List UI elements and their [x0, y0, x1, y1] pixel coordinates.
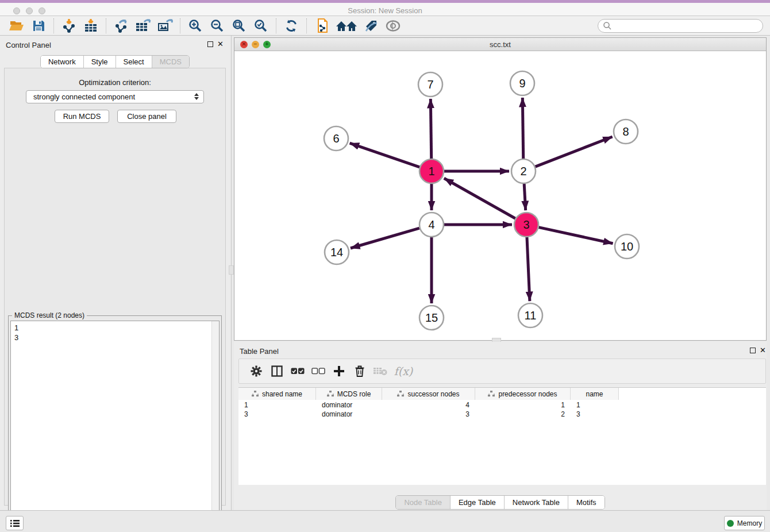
graph-node-1[interactable]: 1	[419, 159, 444, 183]
criterion-dropdown[interactable]: strongly connected component	[26, 90, 204, 103]
tab-motifs[interactable]: Motifs	[568, 496, 605, 509]
delete-icon[interactable]	[349, 361, 370, 381]
edge-1-6[interactable]	[350, 143, 420, 167]
import-table-icon[interactable]	[81, 17, 101, 34]
table-cell[interactable]: 3	[238, 410, 316, 419]
table-cell[interactable]: 3	[382, 410, 475, 419]
apply-layout-icon[interactable]	[334, 17, 359, 34]
column-header-shared-name[interactable]: shared name	[238, 388, 316, 400]
graph-node-4[interactable]: 4	[419, 213, 444, 237]
network-canvas[interactable]: 7968124314101511	[234, 51, 766, 340]
node-label: 3	[523, 218, 529, 231]
edge-1-7[interactable]	[430, 99, 431, 159]
select-all-icon[interactable]	[287, 361, 308, 381]
edge-3-11[interactable]	[527, 237, 530, 301]
node-label: 11	[525, 309, 537, 322]
edge-2-3[interactable]	[524, 184, 525, 210]
graph-node-8[interactable]: 8	[614, 119, 638, 144]
export-table-icon[interactable]	[133, 17, 153, 34]
search-box[interactable]	[598, 19, 763, 33]
memory-button[interactable]: Memory	[724, 516, 765, 530]
gear-icon[interactable]	[246, 361, 267, 381]
zoom-selected-icon[interactable]	[251, 17, 271, 34]
split-panel-icon[interactable]	[267, 361, 287, 381]
table-header-row: shared nameMCDS rolesuccessor nodesprede…	[238, 388, 619, 400]
clone-network-icon[interactable]	[312, 17, 332, 34]
column-header-predecessor-nodes[interactable]: predecessor nodes	[475, 388, 571, 400]
zoom-out-icon[interactable]	[207, 17, 227, 34]
network-graph[interactable]: 7968124314101511	[234, 51, 766, 340]
table-cell[interactable]: 4	[382, 400, 475, 410]
mcds-result-list[interactable]: 13	[10, 321, 220, 530]
column-header-name[interactable]: name	[571, 388, 619, 400]
network-view-window: ✕ − + scc.txt 7968124314101511	[234, 37, 767, 341]
table-row[interactable]: 1dominator411	[238, 400, 619, 410]
control-panel-tabs: NetworkStyleSelectMCDS	[0, 55, 230, 68]
tab-select[interactable]: Select	[116, 56, 152, 68]
table-cell[interactable]: 1	[475, 400, 571, 410]
graph-node-14[interactable]: 14	[325, 240, 349, 264]
deselect-all-icon[interactable]	[308, 361, 329, 381]
toolbar-separator	[180, 18, 180, 33]
close-panel-button[interactable]: Close panel	[117, 110, 176, 123]
add-column-icon[interactable]	[329, 361, 349, 381]
graph-node-7[interactable]: 7	[418, 72, 442, 97]
zoom-fit-icon[interactable]	[229, 17, 249, 34]
mcds-panel: Optimization criterion: strongly connect…	[4, 68, 226, 506]
criterion-value: strongly connected component	[33, 92, 135, 101]
column-header-successor-nodes[interactable]: successor nodes	[382, 388, 475, 400]
refresh-icon[interactable]	[282, 17, 301, 34]
tab-style[interactable]: Style	[84, 56, 116, 68]
graph-node-10[interactable]: 10	[615, 234, 639, 259]
delete-table-icon[interactable]	[370, 361, 391, 381]
column-header-mcds-role[interactable]: MCDS role	[316, 388, 382, 400]
node-label: 8	[622, 125, 629, 138]
float-panel-icon[interactable]	[207, 41, 213, 47]
table-cell[interactable]: 1	[238, 400, 316, 410]
save-session-icon[interactable]	[29, 17, 48, 34]
edge-2-8[interactable]	[536, 137, 613, 167]
result-scrollbar[interactable]	[211, 321, 219, 530]
node-label: 9	[519, 77, 525, 90]
tab-node-table[interactable]: Node Table	[396, 496, 451, 509]
tab-network[interactable]: Network	[41, 56, 84, 68]
graph-node-15[interactable]: 15	[419, 306, 444, 330]
graph-node-6[interactable]: 6	[324, 126, 348, 151]
edge-3-10[interactable]	[538, 228, 613, 244]
table-cell[interactable]: 1	[571, 400, 619, 410]
export-image-icon[interactable]	[155, 17, 175, 34]
tab-mcds[interactable]: MCDS	[152, 56, 189, 68]
graph-node-11[interactable]: 11	[518, 303, 542, 327]
table-cell[interactable]: 3	[571, 410, 619, 419]
tab-edge-table[interactable]: Edge Table	[451, 496, 505, 509]
task-history-button[interactable]	[6, 516, 24, 530]
float-table-panel-icon[interactable]	[750, 348, 756, 353]
run-mcds-button[interactable]: Run MCDS	[55, 110, 109, 123]
function-builder-icon[interactable]: f(x)	[391, 361, 416, 381]
vertical-splitter-handle[interactable]	[229, 265, 234, 275]
tab-network-table[interactable]: Network Table	[505, 496, 568, 509]
open-session-icon[interactable]	[7, 17, 26, 34]
table-cell[interactable]: 2	[475, 410, 571, 419]
edge-2-9[interactable]	[522, 98, 523, 159]
graph-node-3[interactable]: 3	[514, 213, 538, 237]
export-network-icon[interactable]	[111, 17, 131, 34]
close-panel-icon[interactable]: ✕	[217, 40, 224, 48]
close-table-panel-icon[interactable]: ✕	[760, 346, 766, 354]
edge-4-14[interactable]	[351, 228, 419, 248]
window-title: Session: New Session	[0, 6, 770, 15]
graph-node-9[interactable]: 9	[510, 71, 534, 95]
table-row[interactable]: 3dominator323	[238, 410, 619, 419]
toolbar-separator	[306, 18, 307, 33]
edge-3-1[interactable]	[444, 178, 515, 218]
graph-node-2[interactable]: 2	[511, 159, 536, 183]
toolbar-separator	[53, 18, 54, 33]
search-input[interactable]	[612, 20, 763, 32]
toggle-details-icon[interactable]	[383, 17, 403, 34]
hide-labels-icon[interactable]	[361, 17, 381, 34]
zoom-in-icon[interactable]	[186, 17, 205, 34]
toolbar-separator	[276, 18, 276, 33]
table-cell[interactable]: dominator	[316, 400, 382, 410]
table-cell[interactable]: dominator	[316, 410, 382, 419]
import-network-icon[interactable]	[59, 17, 79, 34]
